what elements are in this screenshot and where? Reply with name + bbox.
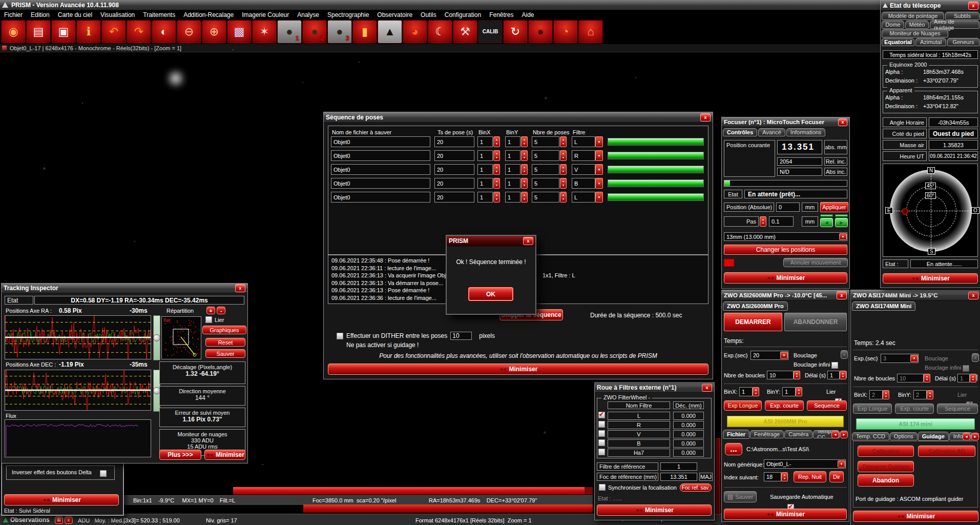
focus-out-button[interactable]: ► [835,218,848,227]
row-biny-input[interactable]: 1 [505,192,520,203]
close-icon[interactable]: x [968,2,978,10]
tabs-scroll-left-icon[interactable]: ◄ [963,433,970,440]
filter-name[interactable]: Ha7 [608,449,670,457]
row-filter-select[interactable]: L [572,136,595,147]
tab-controles[interactable]: Contrôles [723,128,757,136]
nom-generique-dropdown[interactable]: Objet0_L- [764,459,846,469]
filter-checkbox[interactable] [598,412,605,418]
disc-icon[interactable]: ✶ [252,20,277,44]
menu-fichier[interactable]: Fichier [0,11,27,18]
binx-input[interactable]: 1 [739,387,753,396]
filter-offset[interactable]: 0.000 [673,421,704,429]
ref-foc-value[interactable]: 13.351 [660,473,697,481]
row-binx-spinner[interactable] [493,150,500,161]
row-filter-dropdown-icon[interactable] [595,192,603,203]
row-binx-input[interactable]: 1 [477,178,493,189]
row-count-spinner[interactable] [560,150,567,161]
delta-checkbox[interactable] [100,470,107,477]
image-preview-icon[interactable]: ▩ [227,20,252,44]
exp-courte-button[interactable]: Exp. courte [895,403,934,414]
calibration-ao-button[interactable]: Calibration AO [918,446,975,457]
bouclage-cancel-button[interactable]: x [972,353,979,362]
filter-checkbox[interactable] [598,421,605,428]
index-input[interactable]: 18 [764,472,781,481]
asi174-titlebar[interactable]: ZWO ASI174MM Mini -> 19.5°C x [851,290,980,300]
prism-modal-titlebar[interactable]: PRISM x [447,236,535,247]
chevron-down-icon[interactable] [839,233,847,240]
calibration-button[interactable]: Calibration [858,446,914,457]
ref-filter-value[interactable]: 1 [660,462,697,471]
filter-checkbox[interactable] [598,449,605,455]
focuser-minimize-button[interactable]: ◄◄Minimiser [724,272,847,284]
foc-ref-sav-button[interactable]: Foc ref. sav. [680,483,712,492]
telescope-tab-equatorial[interactable]: Equatorial [882,38,914,46]
row-time-input[interactable]: 20 [434,164,474,175]
menu-aide[interactable]: Aide [518,11,538,18]
telescope-tab-geneurs[interactable]: Geneurs [947,38,979,46]
row-biny-spinner[interactable] [521,192,528,203]
tab-options[interactable]: Options [890,432,918,440]
info-icon[interactable]: ℹ [76,20,101,44]
rotate-icon[interactable]: ↻ [503,20,528,44]
dir-button[interactable]: Dir [829,471,844,482]
row-filter-select[interactable]: L [572,192,595,203]
binx-spinner[interactable] [883,390,889,399]
exp-longue-button[interactable]: Exp Longue [853,403,892,414]
menu-fen-tres[interactable]: Fenêtres [485,11,517,18]
boucles-input[interactable]: 10 [767,371,794,379]
row-count-spinner[interactable] [560,136,567,147]
pas-input[interactable]: 0.1 [769,216,794,227]
maj-button[interactable]: MAJ [699,473,713,481]
camera-2-icon[interactable]: ●2 [302,20,327,44]
filter-offset[interactable]: 0.000 [673,430,704,438]
telescope-tab-m-t-o[interactable]: Météo [905,21,929,29]
sequence-button[interactable]: Sequence [937,403,978,414]
row-name-input[interactable]: Objet0 [331,150,430,161]
delai-spinner[interactable] [840,371,846,379]
boucles-input[interactable]: 10 [897,374,924,382]
row-biny-spinner[interactable] [521,150,528,161]
row-biny-spinner[interactable] [521,164,528,175]
sphere-icon[interactable]: ◐ [152,20,176,44]
telescope-minimize-button[interactable]: ◄◄Minimiser [883,273,978,284]
tab-guidage[interactable]: Guidage [918,432,949,441]
abandonner-button[interactable]: ABANDONNER [784,313,847,331]
focus-in-button[interactable]: ◄ [820,218,833,227]
close-icon[interactable]: x [837,291,847,299]
ra-graph-slider[interactable] [153,315,160,360]
close-small-button[interactable]: x [65,516,73,524]
tab-informations[interactable]: Informations [786,128,826,136]
calib-icon[interactable]: CALIB [478,20,503,44]
row-count-input[interactable]: 5 [532,150,559,161]
menu-configuration[interactable]: Configuration [441,11,485,18]
tracking-minimize-button[interactable]: ◄◄Minimiser [204,450,245,460]
filter-name[interactable]: B [608,439,670,448]
tab-camera[interactable]: Caméra [784,430,812,438]
telescope-tab-axes-de-guidage[interactable]: Axes de guidage [930,21,979,29]
boucles-spinner[interactable] [924,374,930,382]
filterwheel-titlebar[interactable]: Roue à Filtres externe (n°1) x [595,382,714,393]
camera-1-icon[interactable]: ●1 [277,20,302,44]
sequence-button[interactable]: Sequence [807,400,847,411]
starfield-icon[interactable]: ☾ [428,20,452,44]
menu-outils[interactable]: Outils [416,11,441,18]
row-count-input[interactable]: 5 [532,136,559,147]
biny-spinner[interactable] [927,390,933,399]
menu-carte-du-ciel[interactable]: Carte du ciel [54,11,96,18]
row-binx-input[interactable]: 1 [477,150,493,161]
tab-temp-ccd[interactable]: Temp. CCD [852,432,889,440]
save-icon[interactable]: ▤ [26,20,51,44]
asi2600-titlebar[interactable]: ZWO ASI2600MM Pro -> -10.0°C [45... x [722,290,849,300]
row-time-input[interactable]: 20 [434,150,474,161]
tabs-scroll-right-icon[interactable]: ► [840,431,848,438]
biny-input[interactable]: 1 [782,387,796,396]
row-binx-input[interactable]: 1 [477,164,493,175]
delai-input[interactable]: 1 [957,374,970,382]
row-biny-input[interactable]: 1 [505,150,520,161]
row-biny-spinner[interactable] [521,178,528,189]
chevron-down-icon[interactable] [910,355,918,362]
filter-offset[interactable]: 0.000 [673,412,704,420]
biny-spinner[interactable] [796,387,802,396]
pin-button[interactable]: ⊞ [55,516,63,524]
row-filter-dropdown-icon[interactable] [595,178,603,189]
